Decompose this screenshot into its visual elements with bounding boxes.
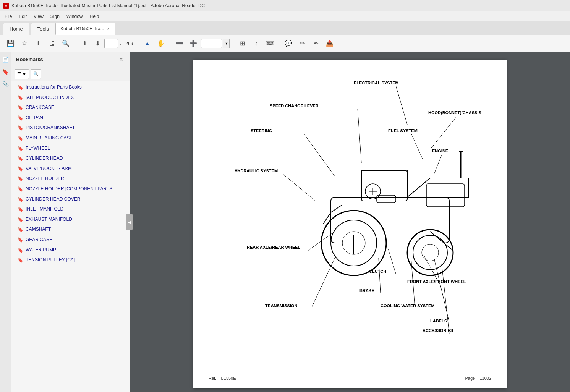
upload-button[interactable]: ⬆ [32, 37, 44, 50]
footer-corner-tr: ¬ [488, 361, 491, 367]
zoom-in-button[interactable]: ➕ [187, 37, 199, 50]
menu-bar: File Edit View Sign Window Help [0, 11, 570, 21]
separator-3 [170, 39, 170, 48]
label-cooling-water: COOLING WATER SYSTEM [381, 303, 435, 308]
page-number-input[interactable]: 2 [104, 39, 118, 48]
sidebar-tools: ☰ ▼ 🔍 [11, 67, 130, 81]
bookmark-button[interactable]: ☆ [18, 37, 31, 50]
sidebar-close-button[interactable]: ✕ [117, 56, 125, 63]
bookmark-icon-1: 🔖 [18, 95, 23, 101]
sidebar-item-label-14: CAMSHAFT [26, 227, 51, 233]
label-fuel-system: FUEL SYSTEM [388, 128, 418, 133]
svg-rect-5 [361, 170, 407, 201]
sidebar-item-main-bearing[interactable]: 🔖 MAIN BEARING CASE [11, 133, 130, 144]
search-button[interactable]: 🔍 [60, 37, 72, 50]
sidebar-item-flywheel[interactable]: 🔖 FLYWHEEL [11, 144, 130, 154]
save-button[interactable]: 💾 [5, 37, 17, 50]
tab-home[interactable]: Home [3, 23, 29, 35]
label-front-axle: FRONT AXLE/FRONT WHEEL [407, 279, 466, 284]
strip-pages-button[interactable]: 📄 [1, 55, 10, 64]
menu-edit[interactable]: Edit [16, 13, 30, 20]
strip-attachments-button[interactable]: 📎 [1, 79, 10, 89]
pdf-page: ELECTRICAL SYSTEM [193, 60, 507, 388]
sidebar-item-label-16: WATER PUMP [26, 247, 56, 253]
pdf-area[interactable]: ELECTRICAL SYSTEM [130, 52, 570, 392]
menu-file[interactable]: File [2, 13, 15, 20]
label-hood: HOOD(BONNET)/CHASSIS [428, 110, 481, 115]
fit-page-button[interactable]: ⊞ [236, 37, 248, 50]
page-separator: / [120, 41, 121, 46]
sidebar-item-camshaft[interactable]: 🔖 CAMSHAFT [11, 225, 130, 235]
sidebar-header: Bookmarks ✕ [11, 52, 130, 67]
svg-line-13 [430, 232, 453, 251]
diagram-container: ELECTRICAL SYSTEM [209, 75, 491, 335]
sidebar-item-valve[interactable]: 🔖 VALVE/ROCKER ARM [11, 164, 130, 174]
sidebar-item-tension-pulley[interactable]: 🔖 TENSION PULLEY [CA] [11, 255, 130, 266]
title-bar: A Kubota B1550E Tractor Illustrated Mast… [0, 0, 570, 11]
label-steering: STEERING [251, 128, 272, 133]
share-button[interactable]: 📤 [324, 37, 336, 50]
zoom-dropdown[interactable]: ▼ [223, 39, 230, 48]
draw-button[interactable]: ✒ [310, 37, 322, 50]
sidebar-item-exhaust-manifold[interactable]: 🔖 EXHAUST MANIFOLD [11, 215, 130, 225]
sidebar-item-nozzle-holder[interactable]: 🔖 NOZZLE HOLDER [11, 174, 130, 184]
svg-line-30 [312, 258, 335, 307]
prev-page-button[interactable]: ⬆ [78, 37, 91, 50]
sidebar-item-oil-pan[interactable]: 🔖 OIL PAN [11, 113, 130, 123]
footer-page-text: Page 11002 [465, 376, 491, 381]
label-hydraulic: HYDRAULIC SYSTEM [235, 168, 278, 173]
sidebar-collapse-button[interactable]: ◀ [126, 214, 133, 230]
sidebar-item-instructions[interactable]: 🔖 Instructions for Parts Books [11, 83, 130, 93]
sidebar-item-cylinder-head-cover[interactable]: 🔖 CYLINDER HEAD COVER [11, 194, 130, 205]
sidebar-item-gear-case[interactable]: 🔖 GEAR CASE [11, 235, 130, 245]
menu-sign[interactable]: Sign [47, 13, 63, 20]
menu-window[interactable]: Window [63, 13, 86, 20]
label-speed-change: SPEED CHANGE LEVER [270, 104, 319, 108]
bookmark-icon-12: 🔖 [18, 207, 23, 213]
search-icon: 🔍 [33, 71, 39, 76]
sidebar-item-label-1: |ALL PRODUCT INDEX [26, 95, 74, 101]
main-area: 📄 🔖 📎 Bookmarks ✕ ☰ ▼ 🔍 🔖 Instructions f… [0, 52, 570, 392]
bookmark-list-view-button[interactable]: ☰ ▼ [15, 69, 29, 79]
bookmark-icon-7: 🔖 [18, 156, 23, 162]
menu-view[interactable]: View [31, 13, 47, 20]
sidebar-item-product-index[interactable]: 🔖 |ALL PRODUCT INDEX [11, 93, 130, 103]
hand-tool[interactable]: ✋ [155, 37, 167, 50]
cursor-tool[interactable]: ▲ [141, 37, 153, 50]
label-electrical-system: ELECTRICAL SYSTEM [354, 81, 399, 85]
strip-bookmarks-button[interactable]: 🔖 [1, 67, 10, 76]
sidebar-item-label-5: MAIN BEARING CASE [26, 135, 73, 141]
bookmark-icon-4: 🔖 [18, 125, 23, 131]
label-engine: ENGINE [432, 149, 448, 153]
bookmark-icon-6: 🔖 [18, 146, 23, 152]
zoom-input[interactable]: 66.7% [201, 39, 222, 48]
tab-tools[interactable]: Tools [31, 23, 55, 35]
svg-line-26 [308, 232, 335, 251]
sidebar-item-nozzle-holder-cp[interactable]: 🔖 NOZZLE HOLDER [COMPONENT PARTS] [11, 184, 130, 194]
highlight-button[interactable]: ✏ [296, 37, 308, 50]
bookmark-icon-13: 🔖 [18, 217, 23, 223]
sidebar-item-cylinder-head[interactable]: 🔖 CYLINDER HEAD [11, 154, 130, 164]
zoom-out-button[interactable]: ➖ [173, 37, 186, 50]
tab-document[interactable]: Kubota B1550E Tra... × [55, 23, 115, 35]
label-labels: LABELS [430, 319, 447, 323]
bookmark-icon-15: 🔖 [18, 237, 23, 243]
sidebar-item-water-pump[interactable]: 🔖 WATER PUMP [11, 245, 130, 256]
separator-1 [75, 39, 75, 48]
bookmark-search-button[interactable]: 🔍 [31, 69, 41, 79]
label-clutch: CLUTCH [369, 269, 386, 274]
sidebar-item-crankcase[interactable]: 🔖 CRANKCASE [11, 103, 130, 113]
comment-button[interactable]: 💬 [282, 37, 295, 50]
svg-line-21 [430, 116, 457, 149]
print-button[interactable]: 🖨 [46, 37, 58, 50]
rotate-button[interactable]: ⌨ [264, 37, 276, 50]
fit-width-button[interactable]: ↕ [250, 37, 262, 50]
tab-close-button[interactable]: × [107, 26, 110, 32]
list-icon: ☰ [17, 71, 21, 76]
next-page-button[interactable]: ⬇ [91, 37, 104, 50]
bookmark-icon-2: 🔖 [18, 105, 23, 111]
menu-help[interactable]: Help [87, 13, 102, 20]
sidebar-item-piston[interactable]: 🔖 PISTON/CRANKSHAFT [11, 123, 130, 133]
sidebar-item-inlet-manifold[interactable]: 🔖 INLET MANIFOLD [11, 204, 130, 215]
label-accessories: ACCESSORIES [423, 328, 453, 333]
